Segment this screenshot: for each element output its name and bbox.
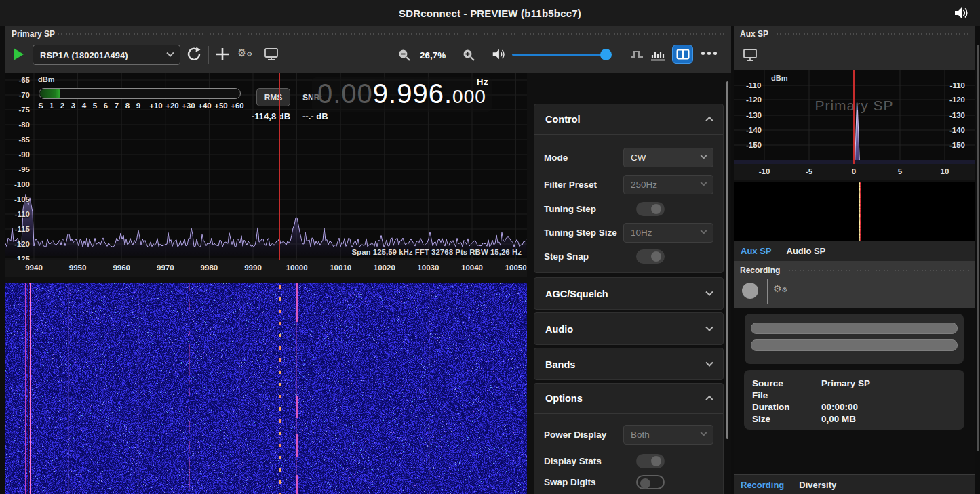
recording-settings-button[interactable]: ⚙⚙: [773, 284, 788, 293]
aux-header-dotline: [777, 33, 969, 35]
spectrum-y-label: -100: [7, 180, 30, 188]
rms-button[interactable]: RMS: [256, 88, 290, 106]
spectrum-y-label: -110: [7, 210, 30, 218]
mode-label: Mode: [544, 152, 568, 163]
start-button[interactable]: [14, 48, 24, 60]
power-display-value: Both: [631, 430, 650, 440]
info-key: Duration: [752, 401, 821, 413]
info-row-file: File: [752, 390, 964, 402]
control-section-card: Control Mode CW Filter Preset 250Hz Tuni…: [534, 104, 724, 273]
swap-digits-label: Swap Digits: [544, 477, 596, 487]
recording-dotline: [789, 270, 969, 271]
mode-dropdown[interactable]: CW: [623, 148, 713, 167]
frequency-axis-label: 10050: [505, 264, 527, 272]
more-options-button[interactable]: [701, 52, 717, 55]
tab-aux-sp[interactable]: Aux SP: [741, 246, 772, 256]
divider: [534, 134, 723, 135]
primary-spectrum[interactable]: dBm S123456789+10+20+30+40+50+60 RMS -11…: [5, 73, 527, 260]
recording-info-box: SourcePrimary SP File Duration00:00:00 S…: [744, 370, 964, 430]
aux-x-label: 0: [852, 167, 856, 176]
mode-row: Mode CW: [534, 147, 723, 167]
audio-title: Audio: [545, 324, 573, 335]
step-snap-toggle[interactable]: [636, 249, 665, 264]
chevron-down-icon: [701, 227, 707, 234]
split-view-button[interactable]: [672, 45, 693, 64]
speaker-icon[interactable]: [953, 6, 969, 20]
spectrum-y-label: -105: [7, 195, 30, 203]
tab-diversity[interactable]: Diversity: [799, 480, 836, 490]
control-section-header[interactable]: Control: [534, 104, 723, 134]
aux-pane-title: Aux SP: [740, 29, 768, 39]
agc-squelch-header[interactable]: AGC/Squelch: [534, 278, 723, 310]
spectrum-view-button[interactable]: [650, 47, 666, 62]
spectrum-y-label: -95: [7, 165, 30, 173]
tuning-step-size-dropdown[interactable]: 10Hz: [623, 223, 713, 243]
audio-section-card: Audio: [534, 312, 724, 345]
aux-display-button[interactable]: [742, 47, 758, 62]
aux-spectrum[interactable]: Primary SP dBm -110-110-120-120-130-130-…: [734, 70, 975, 164]
split-view-icon: [676, 49, 690, 60]
primary-waterfall[interactable]: [5, 283, 527, 494]
device-select[interactable]: RSP1A (180201A494): [33, 45, 180, 65]
toggle-knob: [651, 204, 661, 214]
frequency-axis-label: 10040: [461, 264, 483, 272]
settings-button[interactable]: ⚙⚙: [237, 47, 252, 58]
frequency-axis-label: 10020: [374, 264, 395, 272]
display-stats-toggle[interactable]: [636, 454, 665, 468]
options-header[interactable]: Options: [534, 384, 723, 413]
aux-bottom-tabstrip: Recording Diversity: [734, 474, 975, 494]
frequency-unit: Hz: [477, 77, 489, 87]
aux-waterfall[interactable]: [734, 182, 975, 241]
display-stats-label: Display Stats: [544, 456, 602, 466]
tuning-step-size-label: Tuning Step Size: [544, 228, 617, 238]
bands-header[interactable]: Bands: [534, 348, 723, 381]
power-display-row: Power Display Both: [534, 424, 723, 445]
tab-audio-sp[interactable]: Audio SP: [787, 246, 826, 256]
s-meter-scale: S123456789+10+20+30+40+50+60: [5, 102, 250, 111]
spectrum-y-label: -80: [7, 121, 30, 129]
monitor-icon: [263, 47, 279, 62]
zoom-in-button[interactable]: [462, 48, 475, 62]
add-button[interactable]: [214, 45, 231, 63]
control-sidebar-scrollbar[interactable]: [726, 81, 728, 439]
tuning-marker-line[interactable]: [279, 73, 280, 260]
chevron-up-icon: [705, 117, 713, 124]
aux-y-label-left: -130: [746, 111, 762, 119]
aux-x-label: -5: [806, 167, 812, 176]
display-button[interactable]: [263, 47, 279, 62]
window-scrollbar[interactable]: [977, 45, 979, 451]
chevron-down-icon: [701, 179, 707, 186]
power-display-dropdown[interactable]: Both: [623, 425, 713, 445]
filter-preset-dropdown[interactable]: 250Hz: [623, 175, 713, 194]
display-stats-row: Display Stats: [534, 451, 723, 471]
bands-section-card: Bands: [534, 348, 724, 380]
refresh-button[interactable]: [186, 45, 202, 63]
s-meter-scale-label: +30: [182, 102, 195, 110]
volume-slider-knob[interactable]: [600, 49, 612, 60]
frequency-axis-label: 9970: [157, 264, 174, 272]
play-icon: [14, 48, 24, 60]
mute-button[interactable]: [491, 47, 506, 61]
chevron-down-icon: [701, 152, 707, 159]
frequency-axis-label: 9980: [201, 264, 218, 272]
agc-squelch-title: AGC/Squelch: [545, 289, 608, 300]
volume-slider[interactable]: [512, 54, 611, 56]
audio-header[interactable]: Audio: [534, 313, 723, 346]
record-button[interactable]: [742, 283, 758, 299]
gears-icon: ⚙⚙: [773, 284, 788, 293]
tab-recording[interactable]: Recording: [741, 480, 784, 490]
chevron-down-icon: [166, 49, 174, 57]
tuning-step-toggle[interactable]: [636, 202, 665, 216]
filter-preset-row: Filter Preset 250Hz: [534, 174, 723, 194]
options-title: Options: [545, 393, 583, 404]
frequency-display[interactable]: 0.009.996.000Hz: [312, 77, 492, 112]
options-section-card: Options Power Display Both Display Stats…: [534, 383, 724, 494]
swap-digits-toggle[interactable]: [636, 475, 665, 489]
rms-value: -114,8 dB: [252, 111, 290, 121]
divider: [534, 413, 723, 414]
zoom-out-button[interactable]: [397, 48, 411, 62]
dbm-unit-label: dBm: [38, 75, 54, 83]
s-meter-scale-label: +10: [149, 102, 163, 110]
toggle-knob: [651, 456, 661, 466]
step-display-button[interactable]: [629, 47, 644, 61]
